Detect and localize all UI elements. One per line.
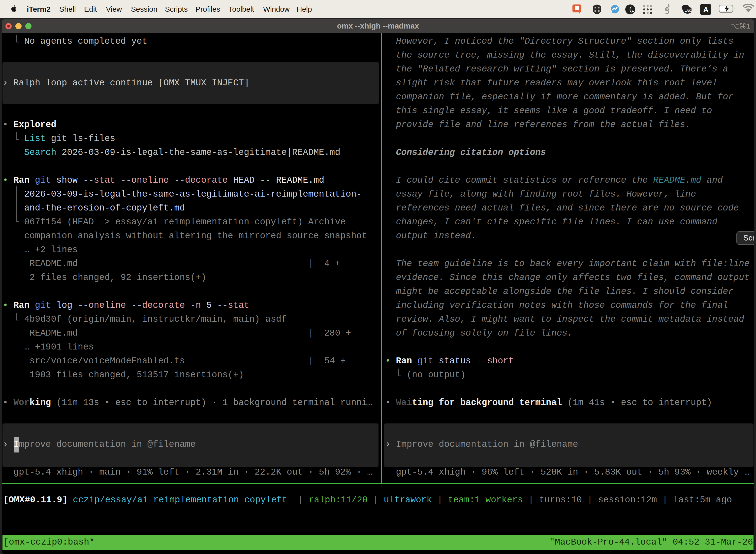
svg-text:..61: ..61 bbox=[685, 8, 692, 13]
svg-text:A: A bbox=[703, 5, 709, 14]
